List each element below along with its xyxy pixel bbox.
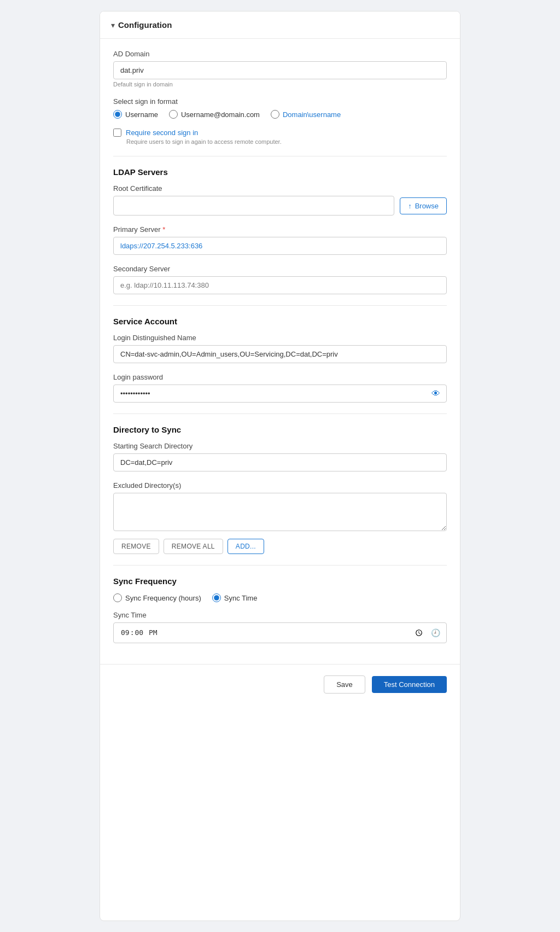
radio-username-at-domain[interactable]: Username@domain.com <box>169 110 260 119</box>
password-wrapper: 👁 <box>113 385 447 403</box>
section-header: ▾ Configuration <box>100 11 460 39</box>
login-password-input[interactable] <box>113 385 447 403</box>
radio-sync-time[interactable]: Sync Time <box>212 593 258 602</box>
login-dn-group: Login Distinguished Name <box>113 334 447 363</box>
login-dn-label: Login Distinguished Name <box>113 334 447 342</box>
add-button[interactable]: ADD... <box>228 539 264 554</box>
radio-sync-frequency-hours-label: Sync Frequency (hours) <box>125 594 201 602</box>
directory-to-sync-title: Directory to Sync <box>113 425 447 434</box>
radio-sync-time-label: Sync Time <box>224 594 258 602</box>
browse-button[interactable]: ↑ Browse <box>400 197 447 214</box>
divider-4 <box>113 565 447 566</box>
secondary-server-group: Secondary Server <box>113 265 447 294</box>
radio-sync-frequency-hours-input[interactable] <box>113 593 122 602</box>
remove-button[interactable]: REMOVE <box>113 539 159 554</box>
radio-sync-time-input[interactable] <box>212 593 221 602</box>
login-password-group: Login password 👁 <box>113 373 447 403</box>
radio-username-at-domain-input[interactable] <box>169 110 178 119</box>
root-certificate-input[interactable] <box>113 196 394 215</box>
ad-domain-label: AD Domain <box>113 50 447 58</box>
root-certificate-label: Root Certificate <box>113 184 447 193</box>
primary-server-group: Primary Server * <box>113 225 447 255</box>
required-asterisk: * <box>161 225 166 234</box>
sign-in-format-radio-group: Username Username@domain.com Domain\user… <box>113 110 447 119</box>
login-password-label: Login password <box>113 373 447 381</box>
radio-username-at-domain-label: Username@domain.com <box>181 110 260 119</box>
require-second-signin-group: Require second sign in Require users to … <box>113 129 447 145</box>
sync-time-wrapper: 🕘 <box>113 622 447 643</box>
clock-icon: 🕘 <box>431 628 440 637</box>
primary-server-input[interactable] <box>113 237 447 255</box>
excluded-directories-group: Excluded Directory(s) REMOVE REMOVE ALL … <box>113 481 447 554</box>
sign-in-format-group: Select sign in format Username Username@… <box>113 97 447 119</box>
upload-icon: ↑ <box>408 202 412 210</box>
radio-domain-backslash-label: Domain\username <box>283 110 341 119</box>
excluded-directories-textarea[interactable] <box>113 493 447 531</box>
sync-time-group: Sync Time 🕘 <box>113 611 447 643</box>
sign-in-format-label: Select sign in format <box>113 97 447 106</box>
secondary-server-input[interactable] <box>113 276 447 294</box>
root-certificate-group: Root Certificate ↑ Browse <box>113 184 447 215</box>
browse-label: Browse <box>415 202 439 210</box>
sync-frequency-title: Sync Frequency <box>113 576 447 586</box>
excluded-action-buttons: REMOVE REMOVE ALL ADD... <box>113 539 447 554</box>
starting-search-label: Starting Search Directory <box>113 442 447 450</box>
radio-sync-frequency-hours[interactable]: Sync Frequency (hours) <box>113 593 201 602</box>
sync-time-input[interactable] <box>113 622 447 643</box>
primary-server-label: Primary Server * <box>113 225 447 234</box>
secondary-server-label: Secondary Server <box>113 265 447 273</box>
radio-domain-backslash[interactable]: Domain\username <box>271 110 341 119</box>
configuration-card: ▾ Configuration AD Domain Default sign i… <box>100 11 460 921</box>
require-second-signin-label: Require second sign in <box>126 129 198 137</box>
login-dn-input[interactable] <box>113 345 447 363</box>
configuration-content: AD Domain Default sign in domain Select … <box>100 39 460 664</box>
section-title-header: Configuration <box>118 20 172 30</box>
divider-1 <box>113 156 447 156</box>
starting-search-input[interactable] <box>113 453 447 471</box>
starting-search-group: Starting Search Directory <box>113 442 447 471</box>
divider-3 <box>113 413 447 414</box>
radio-domain-backslash-input[interactable] <box>271 110 279 119</box>
radio-username-input[interactable] <box>113 110 122 119</box>
require-second-signin-hint: Require users to sign in again to access… <box>126 138 447 145</box>
save-button[interactable]: Save <box>324 675 365 694</box>
excluded-directories-label: Excluded Directory(s) <box>113 481 447 490</box>
ad-domain-hint: Default sign in domain <box>113 81 447 88</box>
eye-icon[interactable]: 👁 <box>431 389 440 399</box>
footer-buttons: Save Test Connection <box>100 664 460 704</box>
ad-domain-input[interactable] <box>113 61 447 79</box>
sync-frequency-radio-group: Sync Frequency (hours) Sync Time <box>113 593 447 602</box>
radio-username[interactable]: Username <box>113 110 158 119</box>
test-connection-button[interactable]: Test Connection <box>372 676 447 693</box>
ldap-servers-title: LDAP Servers <box>113 167 447 177</box>
sync-time-label: Sync Time <box>113 611 447 619</box>
root-cert-row: ↑ Browse <box>113 196 447 215</box>
service-account-title: Service Account <box>113 317 447 326</box>
radio-username-label: Username <box>125 110 158 119</box>
remove-all-button[interactable]: REMOVE ALL <box>164 539 223 554</box>
chevron-icon: ▾ <box>111 21 115 30</box>
divider-2 <box>113 305 447 306</box>
ad-domain-group: AD Domain Default sign in domain <box>113 50 447 88</box>
require-second-signin-checkbox[interactable] <box>113 129 121 137</box>
require-second-signin-checkbox-item[interactable]: Require second sign in <box>113 129 447 137</box>
